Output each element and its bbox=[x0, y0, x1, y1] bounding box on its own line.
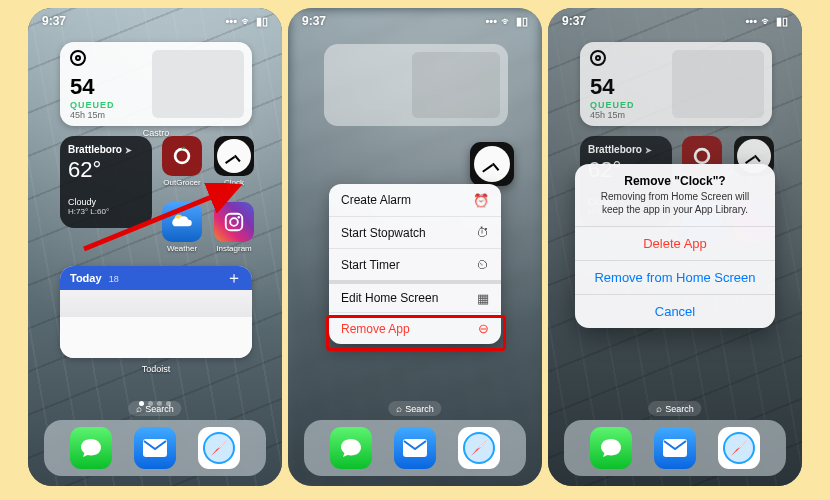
dock bbox=[44, 420, 266, 476]
podcast-widget[interactable]: 54 QUEUED 45h 15m bbox=[60, 42, 252, 126]
podcast-art-placeholder bbox=[152, 50, 244, 118]
svg-point-1 bbox=[177, 151, 188, 162]
weather-city: Brattleboro bbox=[68, 144, 122, 155]
clock-app-popped[interactable] bbox=[470, 142, 514, 186]
menu-create-alarm[interactable]: Create Alarm⏰ bbox=[329, 184, 501, 216]
weather-temp: 62° bbox=[68, 157, 144, 183]
screenshot-step2: 9:37 •••ᯤ▮▯ Create Alarm⏰ Start Stopwatc… bbox=[288, 8, 542, 486]
stopwatch-icon: ⏱ bbox=[476, 225, 489, 240]
context-menu: Create Alarm⏰ Start Stopwatch⏱ Start Tim… bbox=[329, 184, 501, 344]
alert-title: Remove "Clock"? bbox=[575, 164, 775, 190]
remove-app-alert: Remove "Clock"? Removing from Home Scree… bbox=[575, 164, 775, 328]
status-bar: 9:37 •••ᯤ▮▯ bbox=[288, 14, 542, 28]
podcast-widget: 54 QUEUED 45h 15m bbox=[580, 42, 772, 126]
dock-mail[interactable] bbox=[134, 427, 176, 469]
alert-delete-app-button[interactable]: Delete App bbox=[575, 226, 775, 260]
remove-icon: ⊖ bbox=[478, 321, 489, 336]
dock-messages[interactable] bbox=[70, 427, 112, 469]
home-search[interactable]: Search bbox=[388, 401, 441, 416]
apps-grid-icon: ▦ bbox=[477, 291, 489, 306]
blurred-widget bbox=[324, 44, 508, 126]
outgrocer-icon bbox=[162, 136, 202, 176]
status-bar: 9:37 •••ᯤ▮▯ bbox=[548, 14, 802, 28]
todoist-widget[interactable]: Today 18 ＋ bbox=[60, 266, 252, 358]
podcast-app-icon bbox=[590, 50, 606, 66]
dock bbox=[304, 420, 526, 476]
battery-icon: ▮▯ bbox=[256, 15, 268, 27]
todo-list-placeholder bbox=[60, 290, 252, 358]
status-icons: •••ᯤ▮▯ bbox=[221, 14, 268, 28]
alert-cancel-button[interactable]: Cancel bbox=[575, 294, 775, 328]
menu-edit-home-screen[interactable]: Edit Home Screen▦ bbox=[329, 280, 501, 312]
dock-messages[interactable] bbox=[330, 427, 372, 469]
status-time: 9:37 bbox=[42, 14, 66, 28]
dock-messages[interactable] bbox=[590, 427, 632, 469]
location-icon: ➤ bbox=[125, 146, 132, 155]
todo-add-icon[interactable]: ＋ bbox=[226, 268, 242, 289]
annotation-arrow bbox=[78, 183, 248, 253]
dock-safari[interactable] bbox=[198, 427, 240, 469]
menu-start-stopwatch[interactable]: Start Stopwatch⏱ bbox=[329, 216, 501, 248]
status-bar: 9:37 •••ᯤ▮▯ bbox=[28, 14, 282, 28]
todo-count: 18 bbox=[109, 274, 119, 284]
screenshot-step1: 9:37 •••ᯤ▮▯ 54 QUEUED 45h 15m Castro Bra… bbox=[28, 8, 282, 486]
menu-remove-app[interactable]: Remove App⊖ bbox=[329, 312, 501, 344]
svg-point-14 bbox=[697, 151, 708, 162]
dock-mail[interactable] bbox=[654, 427, 696, 469]
alert-remove-from-home-button[interactable]: Remove from Home Screen bbox=[575, 260, 775, 294]
dock-safari[interactable] bbox=[458, 427, 500, 469]
wifi-icon: ᯤ bbox=[241, 15, 252, 27]
menu-start-timer[interactable]: Start Timer⏲ bbox=[329, 248, 501, 280]
clock-icon bbox=[214, 136, 254, 176]
podcast-app-icon bbox=[70, 50, 86, 66]
page-dots[interactable] bbox=[28, 401, 282, 406]
dock bbox=[564, 420, 786, 476]
dock-safari[interactable] bbox=[718, 427, 760, 469]
svg-line-6 bbox=[84, 187, 236, 249]
alert-message: Removing from Home Screen will keep the … bbox=[575, 190, 775, 226]
todoist-widget-label: Todoist bbox=[60, 364, 252, 374]
timer-icon: ⏲ bbox=[476, 257, 489, 272]
alarm-icon: ⏰ bbox=[473, 193, 489, 208]
home-search[interactable]: Search bbox=[648, 401, 701, 416]
dock-mail[interactable] bbox=[394, 427, 436, 469]
screenshot-step3: 9:37 •••ᯤ▮▯ 54 QUEUED 45h 15m Brattlebor… bbox=[548, 8, 802, 486]
todo-title: Today bbox=[70, 272, 102, 284]
